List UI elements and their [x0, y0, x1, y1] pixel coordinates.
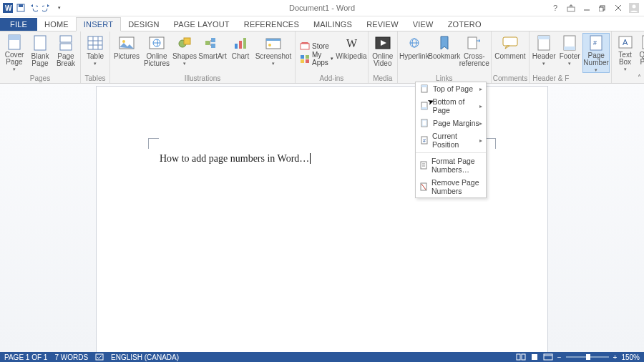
- svg-rect-53: [538, 36, 550, 39]
- header-icon: [535, 34, 552, 52]
- smartart-button[interactable]: SmartArt: [197, 33, 228, 73]
- group-label: Illustrations: [185, 74, 221, 83]
- tab-design[interactable]: DESIGN: [121, 18, 166, 31]
- svg-line-33: [210, 43, 211, 46]
- view-read-icon[interactable]: [516, 353, 526, 361]
- status-page[interactable]: PAGE 1 OF 1: [4, 353, 47, 361]
- view-web-icon[interactable]: [543, 353, 553, 361]
- document-text[interactable]: How to add page numbers in Word…: [160, 153, 311, 165]
- hyperlink-icon: [406, 34, 423, 52]
- group-illustrations: Pictures Online Pictures Shapes▾ SmartAr…: [110, 31, 296, 83]
- zoom-slider[interactable]: [566, 356, 609, 358]
- minimize-icon[interactable]: [581, 2, 592, 14]
- group-label: Tables: [85, 74, 106, 83]
- svg-rect-91: [532, 354, 537, 360]
- save-icon[interactable]: [16, 3, 26, 13]
- svg-rect-16: [60, 44, 72, 50]
- tab-references[interactable]: REFERENCES: [237, 18, 306, 31]
- zoom-level[interactable]: 150%: [621, 353, 640, 361]
- document-area: How to add page numbers in Word…: [0, 84, 644, 354]
- tab-file[interactable]: FILE: [0, 18, 37, 31]
- svg-rect-38: [266, 39, 280, 41]
- svg-rect-89: [517, 354, 520, 360]
- svg-rect-92: [544, 354, 552, 360]
- svg-rect-34: [235, 44, 238, 49]
- menu-bottom-of-page[interactable]: Bottom of Page: [416, 95, 486, 117]
- pictures-button[interactable]: Pictures: [112, 33, 142, 73]
- tab-insert[interactable]: INSERT: [76, 17, 121, 31]
- account-icon[interactable]: [628, 2, 640, 14]
- menu-current-position[interactable]: #Current Position: [416, 129, 486, 151]
- tab-mailings[interactable]: MAILINGS: [306, 18, 359, 31]
- svg-text:W: W: [346, 37, 358, 49]
- bookmark-icon: [436, 34, 453, 52]
- online-pictures-button[interactable]: Online Pictures: [142, 33, 172, 73]
- my-apps-icon: [300, 54, 310, 63]
- group-links: Hyperlink Bookmark Cross- reference Link…: [398, 31, 492, 83]
- cross-reference-button[interactable]: Cross- reference: [459, 33, 489, 73]
- undo-icon[interactable]: [29, 3, 39, 13]
- table-button[interactable]: Table▾: [82, 33, 108, 73]
- wikipedia-button[interactable]: WWikipedia: [336, 33, 366, 73]
- restore-icon[interactable]: [597, 2, 608, 14]
- page-number-button[interactable]: #Page Number▾: [582, 33, 610, 73]
- online-video-button[interactable]: Online Video: [370, 33, 396, 73]
- qat-customize-icon[interactable]: ▾: [54, 3, 64, 13]
- group-addins: Store My Apps▾ WWikipedia Add-ins: [296, 31, 369, 83]
- page-break-button[interactable]: Page Break: [53, 33, 79, 73]
- cover-page-button[interactable]: Cover Page▾: [1, 33, 27, 73]
- chart-button[interactable]: Chart: [228, 33, 253, 73]
- menu-top-of-page[interactable]: Top of Page: [416, 82, 486, 95]
- my-apps-button[interactable]: My Apps▾: [300, 52, 333, 65]
- svg-rect-29: [205, 41, 210, 45]
- ribbon-options-icon[interactable]: [565, 2, 577, 14]
- status-proofing-icon[interactable]: [95, 353, 104, 361]
- current-position-icon: #: [420, 136, 428, 145]
- page-top-icon: [420, 84, 429, 93]
- menu-page-margins[interactable]: Page Margins: [416, 117, 486, 129]
- tab-view[interactable]: VIEW: [406, 18, 441, 31]
- header-button[interactable]: Header▾: [531, 33, 557, 73]
- redo-icon[interactable]: [42, 3, 52, 13]
- tab-zotero[interactable]: ZOTERO: [441, 18, 489, 31]
- blank-page-button[interactable]: Blank Page: [27, 33, 53, 73]
- quick-parts-button[interactable]: Quick Parts▾: [637, 33, 644, 73]
- text-box-button[interactable]: AText Box▾: [613, 33, 637, 73]
- close-icon[interactable]: [613, 2, 624, 14]
- collapse-ribbon-icon[interactable]: ˄: [638, 74, 641, 82]
- zoom-in-icon[interactable]: +: [613, 353, 618, 361]
- word-app-icon[interactable]: W: [3, 3, 13, 13]
- menu-format-page-numbers[interactable]: Format Page Numbers…: [416, 155, 486, 176]
- svg-rect-31: [211, 44, 215, 48]
- status-words[interactable]: 7 WORDS: [54, 353, 88, 361]
- zoom-out-icon[interactable]: −: [557, 353, 562, 361]
- svg-rect-14: [34, 36, 46, 50]
- svg-line-32: [210, 40, 211, 43]
- tab-home[interactable]: HOME: [37, 18, 76, 31]
- page-number-icon: #: [587, 35, 605, 51]
- svg-point-23: [122, 40, 125, 43]
- svg-rect-28: [184, 38, 190, 44]
- tab-review[interactable]: REVIEW: [359, 18, 406, 31]
- help-icon[interactable]: ?: [550, 2, 561, 14]
- blank-page-icon: [31, 34, 49, 52]
- status-language[interactable]: ENGLISH (CANADA): [111, 353, 179, 361]
- svg-rect-17: [88, 36, 102, 49]
- view-print-icon[interactable]: [530, 353, 539, 361]
- status-bar: PAGE 1 OF 1 7 WORDS ENGLISH (CANADA) − +…: [0, 352, 644, 362]
- bookmark-button[interactable]: Bookmark: [429, 33, 459, 73]
- menu-remove-page-numbers[interactable]: Remove Page Numbers: [416, 176, 486, 197]
- screenshot-button[interactable]: Screenshot▾: [253, 33, 293, 73]
- comment-icon: [502, 34, 519, 52]
- group-header-footer: Header▾ Footer▾ #Page Number▾ Header & F: [530, 31, 612, 83]
- wikipedia-icon: W: [343, 34, 360, 52]
- shapes-button[interactable]: Shapes▾: [172, 33, 197, 73]
- svg-rect-30: [211, 38, 215, 42]
- footer-button[interactable]: Footer▾: [557, 33, 582, 73]
- svg-text:#: #: [423, 138, 426, 143]
- hyperlink-button[interactable]: Hyperlink: [399, 33, 429, 73]
- online-video-icon: [374, 34, 391, 52]
- comment-button[interactable]: Comment: [495, 33, 525, 73]
- tab-page-layout[interactable]: PAGE LAYOUT: [167, 18, 237, 31]
- svg-rect-35: [239, 41, 242, 49]
